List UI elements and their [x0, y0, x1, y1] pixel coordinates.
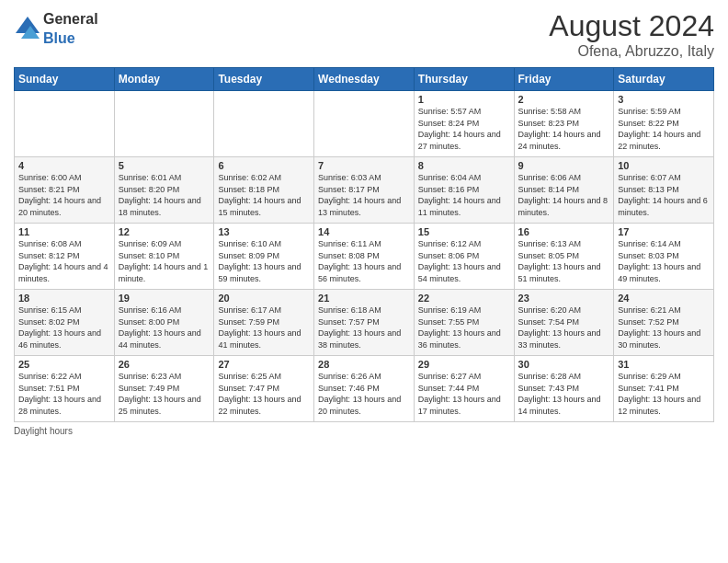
calendar-cell: 10Sunrise: 6:07 AM Sunset: 8:13 PM Dayli…	[614, 157, 714, 224]
day-info: Sunrise: 6:20 AM Sunset: 7:54 PM Dayligh…	[518, 304, 610, 350]
day-info: Sunrise: 6:00 AM Sunset: 8:21 PM Dayligh…	[18, 172, 110, 218]
calendar-cell: 13Sunrise: 6:10 AM Sunset: 8:09 PM Dayli…	[214, 224, 314, 290]
week-row-0: 1Sunrise: 5:57 AM Sunset: 8:24 PM Daylig…	[15, 91, 714, 157]
calendar-table: SundayMondayTuesdayWednesdayThursdayFrid…	[14, 67, 714, 422]
day-info: Sunrise: 6:09 AM Sunset: 8:10 PM Dayligh…	[119, 238, 210, 284]
day-number: 2	[518, 94, 610, 105]
calendar-cell: 8Sunrise: 6:04 AM Sunset: 8:16 PM Daylig…	[414, 157, 514, 224]
day-info: Sunrise: 6:02 AM Sunset: 8:18 PM Dayligh…	[218, 172, 310, 218]
day-number: 12	[119, 226, 210, 237]
week-row-4: 25Sunrise: 6:22 AM Sunset: 7:51 PM Dayli…	[15, 356, 714, 422]
day-info: Sunrise: 6:11 AM Sunset: 8:08 PM Dayligh…	[318, 238, 410, 284]
calendar-cell: 9Sunrise: 6:06 AM Sunset: 8:14 PM Daylig…	[514, 157, 614, 224]
header-day-sunday: Sunday	[15, 68, 115, 91]
calendar-cell: 18Sunrise: 6:15 AM Sunset: 8:02 PM Dayli…	[15, 290, 115, 356]
day-number: 3	[618, 94, 710, 105]
header-row: SundayMondayTuesdayWednesdayThursdayFrid…	[15, 68, 714, 91]
calendar-cell: 14Sunrise: 6:11 AM Sunset: 8:08 PM Dayli…	[314, 224, 415, 290]
day-info: Sunrise: 6:18 AM Sunset: 7:57 PM Dayligh…	[318, 304, 410, 350]
calendar-cell: 28Sunrise: 6:26 AM Sunset: 7:46 PM Dayli…	[314, 356, 415, 422]
footer-note: Daylight hours	[14, 426, 714, 436]
header-day-thursday: Thursday	[414, 68, 514, 91]
day-info: Sunrise: 6:16 AM Sunset: 8:00 PM Dayligh…	[119, 304, 210, 350]
calendar-cell: 5Sunrise: 6:01 AM Sunset: 8:20 PM Daylig…	[114, 157, 214, 224]
header-day-tuesday: Tuesday	[214, 68, 314, 91]
calendar-cell: 25Sunrise: 6:22 AM Sunset: 7:51 PM Dayli…	[15, 356, 115, 422]
calendar-cell: 19Sunrise: 6:16 AM Sunset: 8:00 PM Dayli…	[114, 290, 214, 356]
day-number: 23	[518, 293, 610, 304]
day-info: Sunrise: 6:26 AM Sunset: 7:46 PM Dayligh…	[318, 371, 410, 417]
day-number: 7	[318, 160, 410, 171]
calendar-cell	[114, 91, 214, 157]
day-info: Sunrise: 6:08 AM Sunset: 8:12 PM Dayligh…	[18, 238, 110, 284]
day-number: 10	[618, 160, 710, 171]
day-info: Sunrise: 6:14 AM Sunset: 8:03 PM Dayligh…	[618, 238, 710, 284]
day-info: Sunrise: 6:03 AM Sunset: 8:17 PM Dayligh…	[318, 172, 410, 218]
day-info: Sunrise: 6:12 AM Sunset: 8:06 PM Dayligh…	[418, 238, 510, 284]
day-number: 20	[218, 293, 310, 304]
week-row-1: 4Sunrise: 6:00 AM Sunset: 8:21 PM Daylig…	[15, 157, 714, 224]
calendar-body: 1Sunrise: 5:57 AM Sunset: 8:24 PM Daylig…	[15, 91, 714, 422]
day-info: Sunrise: 6:06 AM Sunset: 8:14 PM Dayligh…	[518, 172, 610, 218]
day-info: Sunrise: 6:07 AM Sunset: 8:13 PM Dayligh…	[618, 172, 710, 218]
day-number: 4	[18, 160, 110, 171]
calendar-cell: 29Sunrise: 6:27 AM Sunset: 7:44 PM Dayli…	[414, 356, 514, 422]
day-number: 15	[418, 226, 510, 237]
day-info: Sunrise: 6:23 AM Sunset: 7:49 PM Dayligh…	[119, 371, 210, 417]
calendar-header: SundayMondayTuesdayWednesdayThursdayFrid…	[15, 68, 714, 91]
logo-icon	[14, 15, 41, 42]
day-number: 16	[518, 226, 610, 237]
month-year-title: August 2024	[549, 9, 714, 43]
calendar-cell: 4Sunrise: 6:00 AM Sunset: 8:21 PM Daylig…	[15, 157, 115, 224]
day-info: Sunrise: 6:25 AM Sunset: 7:47 PM Dayligh…	[218, 371, 310, 417]
day-number: 14	[318, 226, 410, 237]
day-info: Sunrise: 6:17 AM Sunset: 7:59 PM Dayligh…	[218, 304, 310, 350]
day-number: 18	[18, 293, 110, 304]
week-row-3: 18Sunrise: 6:15 AM Sunset: 8:02 PM Dayli…	[15, 290, 714, 356]
calendar-cell: 15Sunrise: 6:12 AM Sunset: 8:06 PM Dayli…	[414, 224, 514, 290]
calendar-cell: 20Sunrise: 6:17 AM Sunset: 7:59 PM Dayli…	[214, 290, 314, 356]
calendar-cell: 17Sunrise: 6:14 AM Sunset: 8:03 PM Dayli…	[614, 224, 714, 290]
day-number: 27	[218, 359, 310, 370]
header-day-friday: Friday	[514, 68, 614, 91]
day-info: Sunrise: 6:29 AM Sunset: 7:41 PM Dayligh…	[618, 371, 710, 417]
page-container: General Blue August 2024 Ofena, Abruzzo,…	[0, 0, 728, 445]
day-number: 13	[218, 226, 310, 237]
day-number: 19	[119, 293, 210, 304]
day-info: Sunrise: 6:28 AM Sunset: 7:43 PM Dayligh…	[518, 371, 610, 417]
day-number: 26	[119, 359, 210, 370]
day-info: Sunrise: 5:57 AM Sunset: 8:24 PM Dayligh…	[418, 106, 510, 152]
header-day-wednesday: Wednesday	[314, 68, 415, 91]
calendar-cell: 1Sunrise: 5:57 AM Sunset: 8:24 PM Daylig…	[414, 91, 514, 157]
calendar-cell: 30Sunrise: 6:28 AM Sunset: 7:43 PM Dayli…	[514, 356, 614, 422]
calendar-cell: 6Sunrise: 6:02 AM Sunset: 8:18 PM Daylig…	[214, 157, 314, 224]
title-block: August 2024 Ofena, Abruzzo, Italy	[549, 9, 714, 60]
location-subtitle: Ofena, Abruzzo, Italy	[549, 43, 714, 60]
page-header: General Blue August 2024 Ofena, Abruzzo,…	[14, 9, 714, 60]
week-row-2: 11Sunrise: 6:08 AM Sunset: 8:12 PM Dayli…	[15, 224, 714, 290]
calendar-cell: 31Sunrise: 6:29 AM Sunset: 7:41 PM Dayli…	[614, 356, 714, 422]
day-info: Sunrise: 6:01 AM Sunset: 8:20 PM Dayligh…	[119, 172, 210, 218]
day-number: 11	[18, 226, 110, 237]
logo-general-text: General	[43, 11, 98, 27]
day-number: 21	[318, 293, 410, 304]
day-number: 22	[418, 293, 510, 304]
day-number: 8	[418, 160, 510, 171]
calendar-cell: 2Sunrise: 5:58 AM Sunset: 8:23 PM Daylig…	[514, 91, 614, 157]
calendar-cell: 22Sunrise: 6:19 AM Sunset: 7:55 PM Dayli…	[414, 290, 514, 356]
day-info: Sunrise: 6:04 AM Sunset: 8:16 PM Dayligh…	[418, 172, 510, 218]
day-number: 5	[119, 160, 210, 171]
day-info: Sunrise: 6:27 AM Sunset: 7:44 PM Dayligh…	[418, 371, 510, 417]
day-number: 31	[618, 359, 710, 370]
day-number: 25	[18, 359, 110, 370]
day-number: 9	[518, 160, 610, 171]
day-info: Sunrise: 6:19 AM Sunset: 7:55 PM Dayligh…	[418, 304, 510, 350]
logo: General Blue	[14, 9, 98, 48]
calendar-cell: 11Sunrise: 6:08 AM Sunset: 8:12 PM Dayli…	[15, 224, 115, 290]
calendar-cell	[314, 91, 415, 157]
calendar-cell: 7Sunrise: 6:03 AM Sunset: 8:17 PM Daylig…	[314, 157, 415, 224]
day-number: 28	[318, 359, 410, 370]
logo-blue-text: Blue	[43, 30, 75, 46]
day-info: Sunrise: 6:10 AM Sunset: 8:09 PM Dayligh…	[218, 238, 310, 284]
calendar-cell: 26Sunrise: 6:23 AM Sunset: 7:49 PM Dayli…	[114, 356, 214, 422]
